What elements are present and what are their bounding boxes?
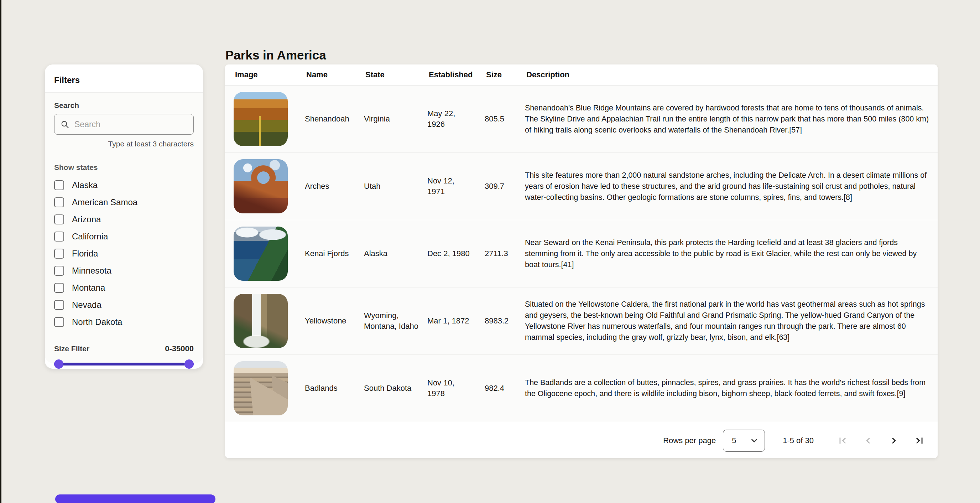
- state-filter-item[interactable]: North Dakota: [54, 314, 194, 331]
- park-name: Kenai Fjords: [305, 248, 364, 259]
- park-description: Shenandoah's Blue Ridge Mountains are co…: [525, 103, 929, 136]
- column-header-established[interactable]: Established: [427, 70, 485, 80]
- park-size: 2711.3: [485, 248, 525, 259]
- park-state: Wyoming, Montana, Idaho: [364, 310, 427, 332]
- state-checkbox-label[interactable]: Florida: [72, 249, 98, 259]
- state-checkbox-label[interactable]: North Dakota: [72, 317, 122, 327]
- rows-per-page-value: 5: [732, 436, 736, 445]
- page-title: Parks in America: [226, 48, 326, 62]
- search-input[interactable]: [74, 119, 188, 130]
- state-checkbox[interactable]: [54, 180, 64, 190]
- column-header-name[interactable]: Name: [305, 70, 364, 80]
- column-header-description[interactable]: Description: [525, 70, 929, 80]
- table-body: Shenandoah Virginia May 22, 1926 805.5 S…: [225, 86, 938, 422]
- search-input-wrapper[interactable]: [54, 114, 194, 135]
- park-state: South Dakota: [364, 383, 427, 394]
- park-established: Nov 12, 1971: [427, 176, 485, 197]
- park-name: Badlands: [305, 383, 364, 394]
- first-page-button[interactable]: [834, 433, 851, 449]
- park-description: This site features more than 2,000 natur…: [525, 170, 929, 203]
- state-filter-item[interactable]: American Samoa: [54, 194, 194, 211]
- state-filter-item[interactable]: Nevada: [54, 296, 194, 314]
- state-checkbox-label[interactable]: Arizona: [72, 215, 101, 224]
- table-pagination: Rows per page 5 1-5 of 30: [225, 422, 938, 458]
- search-icon: [60, 120, 70, 129]
- park-name: Arches: [305, 181, 364, 192]
- state-checkbox-label[interactable]: Minnesota: [72, 266, 111, 276]
- state-checkbox[interactable]: [54, 249, 64, 259]
- park-size: 982.4: [485, 383, 525, 394]
- states-checkbox-list: Alaska American Samoa Arizona California…: [54, 177, 194, 331]
- state-checkbox-label[interactable]: Nevada: [72, 300, 102, 310]
- state-checkbox[interactable]: [54, 232, 64, 242]
- previous-page-button[interactable]: [860, 433, 877, 449]
- search-helper-text: Type at least 3 characters: [54, 140, 194, 148]
- park-name: Yellowstone: [305, 316, 364, 326]
- table-row: Shenandoah Virginia May 22, 1926 805.5 S…: [225, 86, 938, 153]
- rows-per-page-label: Rows per page: [663, 436, 716, 445]
- size-filter-range: 0-35000: [165, 344, 194, 353]
- state-filter-item[interactable]: Florida: [54, 245, 194, 262]
- state-checkbox-label[interactable]: American Samoa: [72, 197, 137, 207]
- show-states-label: Show states: [54, 163, 194, 172]
- screen-left-border: [0, 0, 2, 503]
- park-size: 8983.2: [485, 316, 525, 326]
- state-checkbox-label[interactable]: Alaska: [72, 180, 97, 190]
- table-row: Kenai Fjords Alaska Dec 2, 1980 2711.3 N…: [225, 220, 938, 288]
- slider-handle-max[interactable]: [185, 360, 194, 369]
- slider-track[interactable]: [54, 363, 194, 366]
- state-filter-item[interactable]: Arizona: [54, 211, 194, 228]
- state-checkbox[interactable]: [54, 283, 64, 293]
- park-state: Utah: [364, 181, 427, 192]
- table-row: Yellowstone Wyoming, Montana, Idaho Mar …: [225, 288, 938, 355]
- park-name: Shenandoah: [305, 114, 364, 124]
- park-size: 309.7: [485, 181, 525, 192]
- state-checkbox[interactable]: [54, 215, 64, 224]
- park-description: Situated on the Yellowstone Caldera, the…: [525, 299, 929, 343]
- park-description: Near Seward on the Kenai Peninsula, this…: [525, 237, 929, 271]
- rows-per-page-select[interactable]: 5: [723, 430, 765, 452]
- state-filter-item[interactable]: California: [54, 228, 194, 245]
- state-checkbox[interactable]: [54, 197, 64, 207]
- park-state: Alaska: [364, 248, 427, 259]
- park-established: Mar 1, 1872: [427, 316, 485, 326]
- chevron-left-icon: [862, 435, 874, 447]
- state-filter-item[interactable]: Montana: [54, 279, 194, 296]
- table-row: Arches Utah Nov 12, 1971 309.7 This site…: [225, 153, 938, 220]
- horizontal-scrollbar-thumb[interactable]: [55, 495, 215, 503]
- table-header-row: Image Name State Established Size Descri…: [225, 64, 938, 86]
- table-row: Badlands South Dakota Nov 10, 1978 982.4…: [225, 355, 938, 422]
- chevron-down-icon: [749, 436, 759, 445]
- state-checkbox[interactable]: [54, 317, 64, 327]
- chevron-right-icon: [888, 435, 900, 447]
- park-established: Nov 10, 1978: [427, 377, 485, 399]
- filters-title: Filters: [45, 64, 203, 92]
- delicate-arch-photo: [234, 159, 288, 213]
- search-label: Search: [54, 101, 194, 110]
- park-established: Dec 2, 1980: [427, 248, 485, 259]
- park-state: Virginia: [364, 114, 427, 124]
- slider-handle-min[interactable]: [54, 360, 64, 369]
- state-checkbox[interactable]: [54, 300, 64, 310]
- last-page-button[interactable]: [911, 433, 928, 449]
- size-filter-label: Size Filter: [54, 344, 89, 353]
- parks-table: Image Name State Established Size Descri…: [225, 64, 938, 458]
- column-header-image[interactable]: Image: [234, 70, 305, 80]
- park-established: May 22, 1926: [427, 108, 485, 130]
- park-size: 805.5: [485, 114, 525, 124]
- state-filter-item[interactable]: Minnesota: [54, 262, 194, 279]
- glacier-fjord-photo: [234, 226, 288, 281]
- park-description: The Badlands are a collection of buttes,…: [525, 377, 929, 400]
- autumn-forest-road-photo: [234, 92, 288, 146]
- next-page-button[interactable]: [886, 433, 902, 449]
- state-checkbox-label[interactable]: Montana: [72, 283, 105, 293]
- filters-panel: Filters Search Type at least 3 character…: [45, 64, 203, 369]
- column-header-state[interactable]: State: [364, 70, 427, 80]
- pagination-range-label: 1-5 of 30: [783, 436, 814, 445]
- column-header-size[interactable]: Size: [485, 70, 525, 80]
- last-page-icon: [913, 435, 926, 447]
- state-checkbox[interactable]: [54, 266, 64, 276]
- state-filter-item[interactable]: Alaska: [54, 177, 194, 194]
- state-checkbox-label[interactable]: California: [72, 232, 108, 242]
- first-page-icon: [837, 435, 849, 447]
